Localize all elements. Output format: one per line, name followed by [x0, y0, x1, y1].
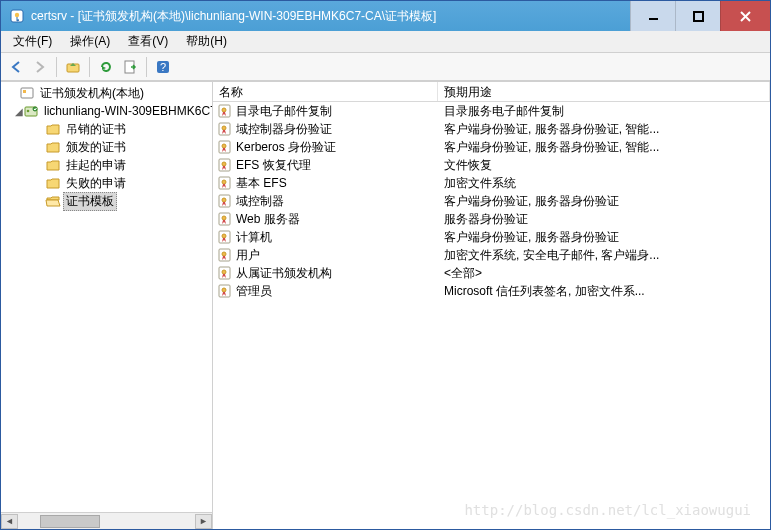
tree-templates[interactable]: 证书模板 — [1, 192, 212, 210]
tree-label: lichunliang-WIN-309EBHMK6C7-CA — [41, 103, 212, 119]
scroll-right-button[interactable]: ► — [195, 514, 212, 529]
cell-purpose: <全部> — [438, 265, 770, 282]
ca-authority-icon — [19, 85, 35, 101]
list-row[interactable]: 域控制器身份验证客户端身份验证, 服务器身份验证, 智能... — [213, 120, 770, 138]
scroll-left-button[interactable]: ◄ — [1, 514, 18, 529]
column-purpose[interactable]: 预期用途 — [438, 82, 770, 101]
certificate-template-icon — [217, 229, 233, 245]
svg-point-30 — [222, 234, 226, 238]
menubar: 文件(F) 操作(A) 查看(V) 帮助(H) — [1, 31, 770, 53]
maximize-button[interactable] — [675, 1, 720, 31]
cell-name: Kerberos 身份验证 — [213, 139, 438, 156]
certificate-template-icon — [217, 211, 233, 227]
menu-action[interactable]: 操作(A) — [62, 31, 118, 52]
svg-point-32 — [222, 252, 226, 256]
certificate-template-icon — [217, 121, 233, 137]
tree-ca[interactable]: ◢ lichunliang-WIN-309EBHMK6C7-CA — [1, 102, 212, 120]
cell-purpose: Microsoft 信任列表签名, 加密文件系... — [438, 283, 770, 300]
content-area: 证书颁发机构(本地) ◢ lichunliang-WIN-309EBHMK6C7… — [1, 81, 770, 529]
folder-icon — [45, 175, 61, 191]
folder-icon — [45, 139, 61, 155]
window-frame: certsrv - [证书颁发机构(本地)\lichunliang-WIN-30… — [0, 0, 771, 530]
svg-rect-11 — [23, 90, 26, 93]
tree-failed[interactable]: 失败的申请 — [1, 174, 212, 192]
row-name-text: Web 服务器 — [236, 211, 300, 228]
cell-purpose: 加密文件系统, 安全电子邮件, 客户端身... — [438, 247, 770, 264]
up-folder-button[interactable] — [62, 56, 84, 78]
menu-help[interactable]: 帮助(H) — [178, 31, 235, 52]
list-row[interactable]: 基本 EFS加密文件系统 — [213, 174, 770, 192]
list-row[interactable]: 计算机客户端身份验证, 服务器身份验证 — [213, 228, 770, 246]
folder-open-icon — [45, 193, 61, 209]
cell-name: 目录电子邮件复制 — [213, 103, 438, 120]
row-name-text: Kerberos 身份验证 — [236, 139, 336, 156]
cell-purpose: 客户端身份验证, 服务器身份验证, 智能... — [438, 121, 770, 138]
folder-icon — [45, 121, 61, 137]
list-row[interactable]: Web 服务器服务器身份验证 — [213, 210, 770, 228]
window-buttons — [630, 1, 770, 31]
list-row[interactable]: 管理员Microsoft 信任列表签名, 加密文件系... — [213, 282, 770, 300]
certificate-template-icon — [217, 193, 233, 209]
list-row[interactable]: Kerberos 身份验证客户端身份验证, 服务器身份验证, 智能... — [213, 138, 770, 156]
svg-point-28 — [222, 216, 226, 220]
list-body[interactable]: 目录电子邮件复制目录服务电子邮件复制域控制器身份验证客户端身份验证, 服务器身份… — [213, 102, 770, 529]
toolbar-separator — [89, 57, 90, 77]
refresh-button[interactable] — [95, 56, 117, 78]
close-button[interactable] — [720, 1, 770, 31]
scroll-track[interactable] — [18, 514, 195, 529]
list-row[interactable]: 从属证书颁发机构<全部> — [213, 264, 770, 282]
column-name[interactable]: 名称 — [213, 82, 438, 101]
list-row[interactable]: EFS 恢复代理文件恢复 — [213, 156, 770, 174]
row-name-text: 目录电子邮件复制 — [236, 103, 332, 120]
svg-point-1 — [15, 13, 19, 17]
toolbar-separator — [56, 57, 57, 77]
cell-name: EFS 恢复代理 — [213, 157, 438, 174]
expander-icon[interactable]: ◢ — [15, 106, 23, 117]
horizontal-scrollbar[interactable]: ◄ ► — [1, 512, 212, 529]
svg-rect-3 — [694, 12, 703, 21]
svg-point-20 — [222, 144, 226, 148]
list-row[interactable]: 目录电子邮件复制目录服务电子邮件复制 — [213, 102, 770, 120]
svg-point-36 — [222, 288, 226, 292]
minimize-button[interactable] — [630, 1, 675, 31]
svg-point-24 — [222, 180, 226, 184]
back-button[interactable] — [5, 56, 27, 78]
tree-revoked[interactable]: 吊销的证书 — [1, 120, 212, 138]
tree-pane: 证书颁发机构(本地) ◢ lichunliang-WIN-309EBHMK6C7… — [1, 82, 213, 529]
list-pane: 名称 预期用途 目录电子邮件复制目录服务电子邮件复制域控制器身份验证客户端身份验… — [213, 82, 770, 529]
list-row[interactable]: 用户加密文件系统, 安全电子邮件, 客户端身... — [213, 246, 770, 264]
app-icon — [9, 8, 25, 24]
certificate-template-icon — [217, 157, 233, 173]
svg-point-34 — [222, 270, 226, 274]
ca-server-icon — [23, 103, 39, 119]
row-name-text: 用户 — [236, 247, 260, 264]
cell-name: 域控制器身份验证 — [213, 121, 438, 138]
certificate-template-icon — [217, 265, 233, 281]
tree-issued[interactable]: 颁发的证书 — [1, 138, 212, 156]
certificate-template-icon — [217, 247, 233, 263]
cell-name: 从属证书颁发机构 — [213, 265, 438, 282]
row-name-text: 域控制器 — [236, 193, 284, 210]
export-list-button[interactable] — [119, 56, 141, 78]
help-button[interactable]: ? — [152, 56, 174, 78]
folder-icon — [45, 157, 61, 173]
tree-root[interactable]: 证书颁发机构(本地) — [1, 84, 212, 102]
menu-view[interactable]: 查看(V) — [120, 31, 176, 52]
tree-pending[interactable]: 挂起的申请 — [1, 156, 212, 174]
tree-label: 证书模板 — [63, 192, 117, 211]
svg-point-22 — [222, 162, 226, 166]
forward-button[interactable] — [29, 56, 51, 78]
tree[interactable]: 证书颁发机构(本地) ◢ lichunliang-WIN-309EBHMK6C7… — [1, 82, 212, 512]
scroll-thumb[interactable] — [40, 515, 100, 528]
titlebar[interactable]: certsrv - [证书颁发机构(本地)\lichunliang-WIN-30… — [1, 1, 770, 31]
svg-point-16 — [222, 108, 226, 112]
row-name-text: 计算机 — [236, 229, 272, 246]
cell-purpose: 加密文件系统 — [438, 175, 770, 192]
list-row[interactable]: 域控制器客户端身份验证, 服务器身份验证 — [213, 192, 770, 210]
row-name-text: 基本 EFS — [236, 175, 287, 192]
menu-file[interactable]: 文件(F) — [5, 31, 60, 52]
cell-purpose: 客户端身份验证, 服务器身份验证, 智能... — [438, 139, 770, 156]
svg-rect-10 — [21, 88, 33, 98]
cell-name: 域控制器 — [213, 193, 438, 210]
cell-name: 管理员 — [213, 283, 438, 300]
